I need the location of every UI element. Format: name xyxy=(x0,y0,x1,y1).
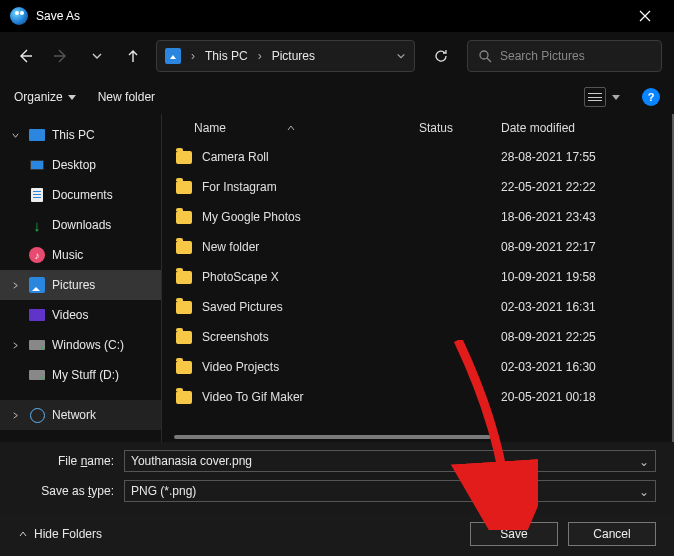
file-row[interactable]: PhotoScape X10-09-2021 19:58 xyxy=(174,262,668,292)
folder-icon xyxy=(176,301,192,314)
view-mode-button[interactable] xyxy=(584,87,606,107)
close-icon xyxy=(639,10,651,22)
new-folder-button[interactable]: New folder xyxy=(98,90,155,104)
file-date: 08-09-2021 22:25 xyxy=(501,330,668,344)
app-icon xyxy=(10,7,28,25)
refresh-button[interactable] xyxy=(425,40,457,72)
file-row[interactable]: Saved Pictures02-03-2021 16:31 xyxy=(174,292,668,322)
pictures-path-icon xyxy=(165,48,181,64)
main-area: This PC Desktop Documents ↓ Downloads ♪ … xyxy=(0,114,674,442)
file-row[interactable]: Camera Roll28-08-2021 17:55 xyxy=(174,142,668,172)
tree-videos[interactable]: Videos xyxy=(0,300,161,330)
folder-icon xyxy=(176,361,192,374)
search-box[interactable]: Search Pictures xyxy=(467,40,662,72)
bottom-panel: File name: Youthanasia cover.png ⌄ Save … xyxy=(0,442,674,514)
chevron-down-icon[interactable] xyxy=(396,51,406,61)
file-row[interactable]: Video Projects02-03-2021 16:30 xyxy=(174,352,668,382)
file-name: Screenshots xyxy=(202,330,269,344)
folder-icon xyxy=(176,151,192,164)
network-icon xyxy=(30,408,45,423)
filename-label: File name: xyxy=(18,454,124,468)
svg-point-1 xyxy=(480,51,488,59)
svg-marker-0 xyxy=(170,55,176,59)
tree-mystuff-d[interactable]: My Stuff (D:) xyxy=(0,360,161,390)
tree-desktop[interactable]: Desktop xyxy=(0,150,161,180)
organize-menu[interactable]: Organize xyxy=(14,90,76,104)
filename-input[interactable]: Youthanasia cover.png ⌄ xyxy=(124,450,656,472)
videos-icon xyxy=(29,309,45,321)
file-date: 18-06-2021 23:43 xyxy=(501,210,668,224)
h-scrollbar[interactable] xyxy=(174,435,662,439)
forward-button[interactable] xyxy=(48,43,74,69)
file-row[interactable]: Screenshots08-09-2021 22:25 xyxy=(174,322,668,352)
col-name[interactable]: Name xyxy=(174,121,419,135)
caret-down-icon[interactable] xyxy=(612,93,620,101)
chevron-right-icon: › xyxy=(258,49,262,63)
chevron-down-icon xyxy=(91,50,103,62)
save-button[interactable]: Save xyxy=(470,522,558,546)
pictures-icon xyxy=(29,277,45,293)
tree-downloads[interactable]: ↓ Downloads xyxy=(0,210,161,240)
chevron-up-icon xyxy=(18,529,28,539)
drive-icon xyxy=(29,370,45,380)
folder-icon xyxy=(176,331,192,344)
col-status[interactable]: Status xyxy=(419,121,501,135)
file-date: 08-09-2021 22:17 xyxy=(501,240,668,254)
tree-network[interactable]: Network xyxy=(0,400,161,430)
up-button[interactable] xyxy=(120,43,146,69)
hide-folders-toggle[interactable]: Hide Folders xyxy=(18,527,102,541)
recent-dropdown[interactable] xyxy=(84,43,110,69)
file-row[interactable]: Video To Gif Maker20-05-2021 00:18 xyxy=(174,382,668,412)
file-name: Video Projects xyxy=(202,360,279,374)
file-pane: Name Status Date modified Camera Roll28-… xyxy=(162,114,674,442)
svg-marker-2 xyxy=(68,95,76,100)
breadcrumb-thispc[interactable]: This PC xyxy=(205,49,248,63)
folder-icon xyxy=(176,241,192,254)
file-date: 10-09-2021 19:58 xyxy=(501,270,668,284)
file-name: Saved Pictures xyxy=(202,300,283,314)
tree-thispc[interactable]: This PC xyxy=(0,120,161,150)
file-name: New folder xyxy=(202,240,259,254)
file-name: For Instagram xyxy=(202,180,277,194)
search-icon xyxy=(478,49,492,63)
cancel-button[interactable]: Cancel xyxy=(568,522,656,546)
back-button[interactable] xyxy=(12,43,38,69)
help-button[interactable]: ? xyxy=(642,88,660,106)
file-row[interactable]: New folder08-09-2021 22:17 xyxy=(174,232,668,262)
tree-pictures[interactable]: Pictures xyxy=(0,270,161,300)
arrow-left-icon xyxy=(16,47,34,65)
file-date: 28-08-2021 17:55 xyxy=(501,150,668,164)
col-date[interactable]: Date modified xyxy=(501,121,668,135)
nav-row: › This PC › Pictures Search Pictures xyxy=(0,32,674,80)
breadcrumb-pictures[interactable]: Pictures xyxy=(272,49,315,63)
search-placeholder: Search Pictures xyxy=(500,49,585,63)
chevron-down-icon[interactable]: ⌄ xyxy=(639,485,649,499)
svg-marker-3 xyxy=(612,95,620,100)
address-bar[interactable]: › This PC › Pictures xyxy=(156,40,415,72)
title-bar: Save As xyxy=(0,0,674,32)
tree-music[interactable]: ♪ Music xyxy=(0,240,161,270)
tree-documents[interactable]: Documents xyxy=(0,180,161,210)
folder-icon xyxy=(176,181,192,194)
file-name: Camera Roll xyxy=(202,150,269,164)
file-row[interactable]: My Google Photos18-06-2021 23:43 xyxy=(174,202,668,232)
footer: Hide Folders Save Cancel xyxy=(0,514,674,546)
chevron-right-icon xyxy=(11,281,20,290)
chevron-down-icon[interactable]: ⌄ xyxy=(639,455,649,469)
folder-icon xyxy=(176,391,192,404)
type-select[interactable]: PNG (*.png) ⌄ xyxy=(124,480,656,502)
file-row[interactable]: For Instagram22-05-2021 22:22 xyxy=(174,172,668,202)
sort-indicator-icon xyxy=(286,123,296,133)
column-headers: Name Status Date modified xyxy=(174,114,668,142)
close-button[interactable] xyxy=(622,0,668,32)
toolbar: Organize New folder ? xyxy=(0,80,674,114)
chevron-right-icon: › xyxy=(191,49,195,63)
tree-windows-c[interactable]: Windows (C:) xyxy=(0,330,161,360)
downloads-icon: ↓ xyxy=(33,218,41,233)
music-icon: ♪ xyxy=(29,247,45,263)
pc-icon xyxy=(29,129,45,141)
caret-down-icon xyxy=(68,93,76,101)
nav-tree: This PC Desktop Documents ↓ Downloads ♪ … xyxy=(0,114,162,442)
chevron-down-icon xyxy=(11,131,20,140)
file-date: 22-05-2021 22:22 xyxy=(501,180,668,194)
